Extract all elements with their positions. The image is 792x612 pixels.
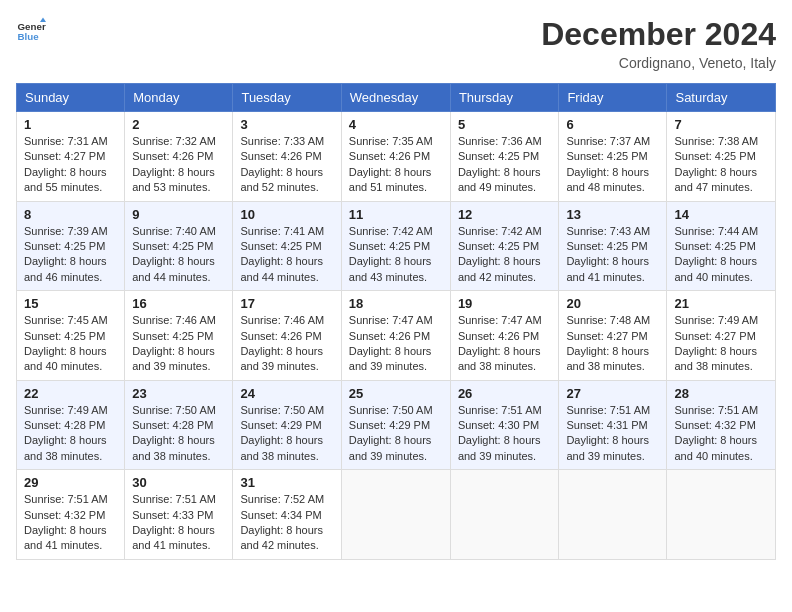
calendar-cell: 19 Sunrise: 7:47 AMSunset: 4:26 PMDaylig… [450,291,559,381]
calendar-cell: 31 Sunrise: 7:52 AMSunset: 4:34 PMDaylig… [233,470,341,560]
day-info: Sunrise: 7:41 AMSunset: 4:25 PMDaylight:… [240,224,333,286]
calendar-cell: 13 Sunrise: 7:43 AMSunset: 4:25 PMDaylig… [559,201,667,291]
day-number: 18 [349,296,443,311]
day-number: 13 [566,207,659,222]
day-number: 6 [566,117,659,132]
logo: General Blue [16,16,46,46]
day-info: Sunrise: 7:42 AMSunset: 4:25 PMDaylight:… [349,224,443,286]
day-number: 9 [132,207,225,222]
calendar-week-row: 1 Sunrise: 7:31 AMSunset: 4:27 PMDayligh… [17,112,776,202]
calendar-cell: 21 Sunrise: 7:49 AMSunset: 4:27 PMDaylig… [667,291,776,381]
day-info: Sunrise: 7:47 AMSunset: 4:26 PMDaylight:… [458,313,552,375]
svg-text:General: General [18,21,47,32]
day-info: Sunrise: 7:51 AMSunset: 4:32 PMDaylight:… [674,403,768,465]
calendar-cell: 5 Sunrise: 7:36 AMSunset: 4:25 PMDayligh… [450,112,559,202]
day-number: 26 [458,386,552,401]
day-number: 2 [132,117,225,132]
calendar-header-thursday: Thursday [450,84,559,112]
calendar-week-row: 22 Sunrise: 7:49 AMSunset: 4:28 PMDaylig… [17,380,776,470]
day-info: Sunrise: 7:33 AMSunset: 4:26 PMDaylight:… [240,134,333,196]
day-number: 22 [24,386,117,401]
calendar-cell: 25 Sunrise: 7:50 AMSunset: 4:29 PMDaylig… [341,380,450,470]
day-info: Sunrise: 7:32 AMSunset: 4:26 PMDaylight:… [132,134,225,196]
day-number: 30 [132,475,225,490]
day-info: Sunrise: 7:38 AMSunset: 4:25 PMDaylight:… [674,134,768,196]
day-info: Sunrise: 7:51 AMSunset: 4:33 PMDaylight:… [132,492,225,554]
day-info: Sunrise: 7:47 AMSunset: 4:26 PMDaylight:… [349,313,443,375]
day-number: 12 [458,207,552,222]
day-number: 27 [566,386,659,401]
calendar-cell: 15 Sunrise: 7:45 AMSunset: 4:25 PMDaylig… [17,291,125,381]
day-info: Sunrise: 7:51 AMSunset: 4:30 PMDaylight:… [458,403,552,465]
day-info: Sunrise: 7:48 AMSunset: 4:27 PMDaylight:… [566,313,659,375]
calendar-cell: 16 Sunrise: 7:46 AMSunset: 4:25 PMDaylig… [125,291,233,381]
calendar-cell: 23 Sunrise: 7:50 AMSunset: 4:28 PMDaylig… [125,380,233,470]
month-title: December 2024 [541,16,776,53]
day-number: 8 [24,207,117,222]
calendar-header-saturday: Saturday [667,84,776,112]
calendar-cell [450,470,559,560]
day-number: 19 [458,296,552,311]
day-number: 24 [240,386,333,401]
calendar-cell: 4 Sunrise: 7:35 AMSunset: 4:26 PMDayligh… [341,112,450,202]
calendar-cell: 14 Sunrise: 7:44 AMSunset: 4:25 PMDaylig… [667,201,776,291]
day-info: Sunrise: 7:44 AMSunset: 4:25 PMDaylight:… [674,224,768,286]
day-info: Sunrise: 7:50 AMSunset: 4:28 PMDaylight:… [132,403,225,465]
title-block: December 2024 Cordignano, Veneto, Italy [541,16,776,71]
calendar-cell: 11 Sunrise: 7:42 AMSunset: 4:25 PMDaylig… [341,201,450,291]
day-info: Sunrise: 7:31 AMSunset: 4:27 PMDaylight:… [24,134,117,196]
calendar-cell: 27 Sunrise: 7:51 AMSunset: 4:31 PMDaylig… [559,380,667,470]
calendar-cell: 29 Sunrise: 7:51 AMSunset: 4:32 PMDaylig… [17,470,125,560]
calendar-cell: 12 Sunrise: 7:42 AMSunset: 4:25 PMDaylig… [450,201,559,291]
calendar-cell: 7 Sunrise: 7:38 AMSunset: 4:25 PMDayligh… [667,112,776,202]
calendar-cell: 17 Sunrise: 7:46 AMSunset: 4:26 PMDaylig… [233,291,341,381]
calendar-cell: 26 Sunrise: 7:51 AMSunset: 4:30 PMDaylig… [450,380,559,470]
day-number: 23 [132,386,225,401]
day-info: Sunrise: 7:52 AMSunset: 4:34 PMDaylight:… [240,492,333,554]
location: Cordignano, Veneto, Italy [541,55,776,71]
day-number: 7 [674,117,768,132]
day-info: Sunrise: 7:51 AMSunset: 4:32 PMDaylight:… [24,492,117,554]
day-number: 1 [24,117,117,132]
day-number: 28 [674,386,768,401]
calendar-cell: 8 Sunrise: 7:39 AMSunset: 4:25 PMDayligh… [17,201,125,291]
calendar-cell: 30 Sunrise: 7:51 AMSunset: 4:33 PMDaylig… [125,470,233,560]
calendar-cell: 9 Sunrise: 7:40 AMSunset: 4:25 PMDayligh… [125,201,233,291]
day-info: Sunrise: 7:39 AMSunset: 4:25 PMDaylight:… [24,224,117,286]
day-number: 16 [132,296,225,311]
day-info: Sunrise: 7:49 AMSunset: 4:28 PMDaylight:… [24,403,117,465]
day-number: 3 [240,117,333,132]
day-info: Sunrise: 7:40 AMSunset: 4:25 PMDaylight:… [132,224,225,286]
day-info: Sunrise: 7:36 AMSunset: 4:25 PMDaylight:… [458,134,552,196]
calendar-cell: 28 Sunrise: 7:51 AMSunset: 4:32 PMDaylig… [667,380,776,470]
calendar-cell: 10 Sunrise: 7:41 AMSunset: 4:25 PMDaylig… [233,201,341,291]
day-number: 17 [240,296,333,311]
day-number: 25 [349,386,443,401]
day-number: 15 [24,296,117,311]
day-info: Sunrise: 7:50 AMSunset: 4:29 PMDaylight:… [349,403,443,465]
calendar-header-sunday: Sunday [17,84,125,112]
day-info: Sunrise: 7:45 AMSunset: 4:25 PMDaylight:… [24,313,117,375]
calendar-cell: 22 Sunrise: 7:49 AMSunset: 4:28 PMDaylig… [17,380,125,470]
calendar-cell: 24 Sunrise: 7:50 AMSunset: 4:29 PMDaylig… [233,380,341,470]
day-number: 31 [240,475,333,490]
day-info: Sunrise: 7:50 AMSunset: 4:29 PMDaylight:… [240,403,333,465]
calendar-header-friday: Friday [559,84,667,112]
day-info: Sunrise: 7:46 AMSunset: 4:26 PMDaylight:… [240,313,333,375]
day-number: 20 [566,296,659,311]
calendar-cell: 3 Sunrise: 7:33 AMSunset: 4:26 PMDayligh… [233,112,341,202]
day-number: 21 [674,296,768,311]
day-info: Sunrise: 7:49 AMSunset: 4:27 PMDaylight:… [674,313,768,375]
day-info: Sunrise: 7:51 AMSunset: 4:31 PMDaylight:… [566,403,659,465]
calendar-week-row: 15 Sunrise: 7:45 AMSunset: 4:25 PMDaylig… [17,291,776,381]
calendar-header-row: SundayMondayTuesdayWednesdayThursdayFrid… [17,84,776,112]
logo-icon: General Blue [16,16,46,46]
svg-text:Blue: Blue [18,31,40,42]
calendar-cell: 2 Sunrise: 7:32 AMSunset: 4:26 PMDayligh… [125,112,233,202]
day-number: 11 [349,207,443,222]
day-info: Sunrise: 7:42 AMSunset: 4:25 PMDaylight:… [458,224,552,286]
svg-marker-2 [40,18,46,23]
day-number: 14 [674,207,768,222]
calendar-cell [559,470,667,560]
day-info: Sunrise: 7:43 AMSunset: 4:25 PMDaylight:… [566,224,659,286]
